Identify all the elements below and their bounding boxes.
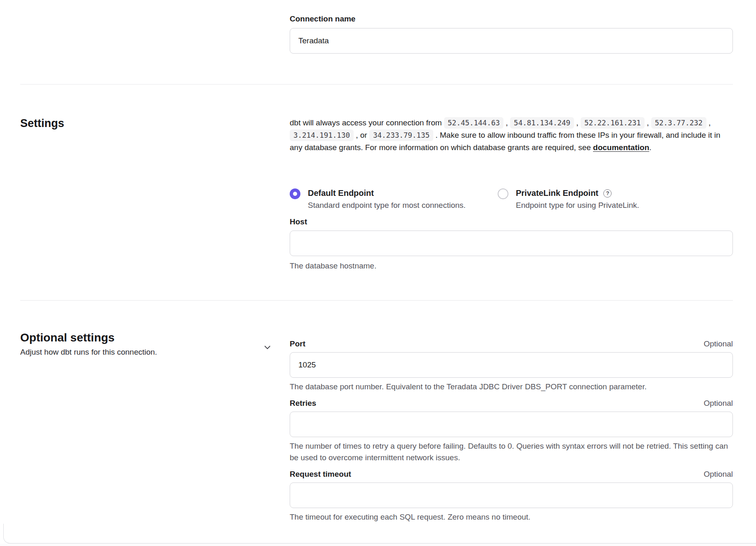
port-label: Port <box>290 338 305 350</box>
request-timeout-input[interactable] <box>290 482 733 508</box>
intro-text: , <box>706 118 711 127</box>
card-bottom-edge <box>3 524 756 544</box>
default-endpoint-option[interactable]: Default Endpoint Standard endpoint type … <box>290 186 498 211</box>
port-field: Port Optional The database port number. … <box>290 338 733 393</box>
retries-field: Retries Optional The number of times to … <box>290 398 733 464</box>
connection-name-input[interactable] <box>290 28 733 54</box>
intro-text: , <box>503 118 510 127</box>
default-endpoint-description: Standard endpoint type for most connecti… <box>308 200 465 211</box>
host-field: Host The database hostname. <box>290 216 733 272</box>
ip-chip: 54.81.134.249 <box>510 117 574 129</box>
endpoint-radio-group: Default Endpoint Standard endpoint type … <box>290 186 639 211</box>
ip-chip: 52.45.144.63 <box>444 117 503 129</box>
host-label: Host <box>290 216 733 228</box>
privatelink-endpoint-label: PrivateLink Endpoint <box>516 188 598 198</box>
section-divider <box>20 300 733 301</box>
default-endpoint-label: Default Endpoint <box>308 186 465 200</box>
intro-text: , <box>574 118 581 127</box>
host-helper-text: The database hostname. <box>290 260 733 272</box>
optional-badge: Optional <box>704 399 733 408</box>
port-helper-text: The database port number. Equivalent to … <box>290 381 733 393</box>
host-input[interactable] <box>290 231 733 256</box>
intro-text: , <box>645 118 651 127</box>
request-timeout-label: Request timeout <box>290 468 351 480</box>
ip-chip: 34.233.79.135 <box>369 129 433 141</box>
retries-input[interactable] <box>290 412 733 437</box>
retries-helper-text: The number of times to retry a query bef… <box>290 440 733 464</box>
radio-unselected-icon[interactable] <box>498 188 508 199</box>
retries-label: Retries <box>290 398 316 409</box>
collapse-toggle-button[interactable] <box>261 341 274 354</box>
intro-text: dbt will always access your connection f… <box>290 118 444 127</box>
intro-text: , or <box>354 131 369 139</box>
ip-chip: 52.3.77.232 <box>651 117 706 129</box>
documentation-link[interactable]: documentation <box>593 143 649 152</box>
help-icon[interactable]: ? <box>603 189 612 198</box>
request-timeout-helper-text: The timeout for executing each SQL reque… <box>290 511 733 523</box>
request-timeout-field: Request timeout Optional The timeout for… <box>290 468 733 523</box>
settings-heading: Settings <box>20 117 64 130</box>
privatelink-endpoint-option[interactable]: PrivateLink Endpoint ? Endpoint type for… <box>498 186 639 211</box>
optional-badge: Optional <box>704 470 733 479</box>
optional-settings-subtitle: Adjust how dbt runs for this connection. <box>20 346 251 358</box>
privatelink-endpoint-description: Endpoint type for using PrivateLink. <box>516 200 639 211</box>
connection-name-label: Connection name <box>290 13 733 25</box>
ip-chip: 52.22.161.231 <box>581 117 645 129</box>
chevron-down-icon <box>262 342 272 352</box>
optional-settings-heading: Optional settings <box>20 330 251 346</box>
settings-intro: dbt will always access your connection f… <box>290 117 734 154</box>
section-divider <box>20 84 733 85</box>
radio-selected-icon[interactable] <box>290 188 300 199</box>
optional-settings-header: Optional settings Adjust how dbt runs fo… <box>20 330 251 358</box>
connection-name-field: Connection name <box>290 13 733 54</box>
port-input[interactable] <box>290 352 733 378</box>
optional-badge: Optional <box>704 339 733 348</box>
connection-settings-page: Connection name Settings dbt will always… <box>0 0 756 546</box>
ip-chip: 3.214.191.130 <box>290 129 354 141</box>
page-background <box>0 544 756 546</box>
intro-text: . <box>649 143 651 152</box>
optional-fields: Port Optional The database port number. … <box>290 338 733 528</box>
